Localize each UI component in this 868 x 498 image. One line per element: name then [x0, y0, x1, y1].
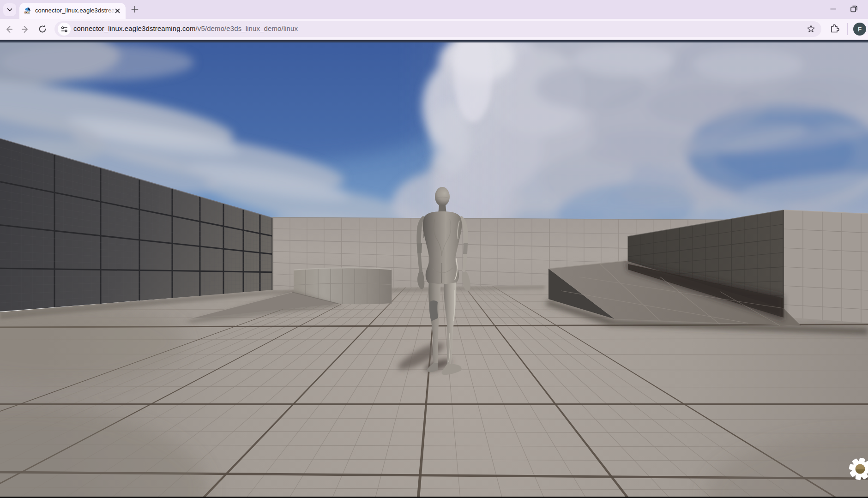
svg-text:EAGLE: EAGLE — [24, 11, 30, 14]
